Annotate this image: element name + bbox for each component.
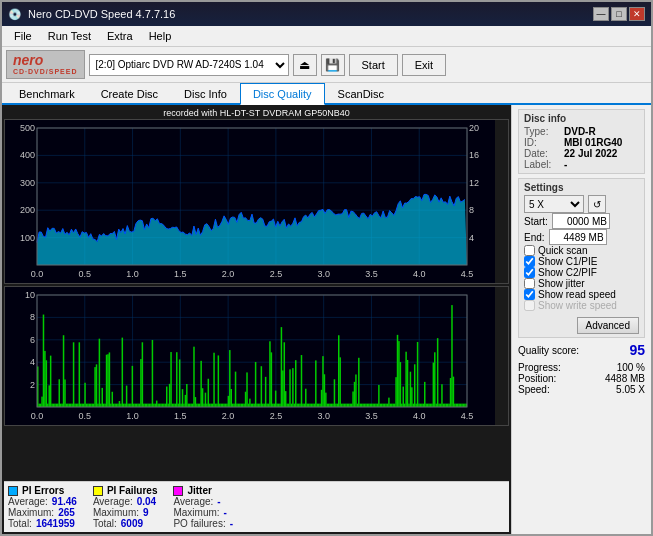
save-button[interactable]: 💾 bbox=[321, 54, 345, 76]
main-window: 💿 Nero CD-DVD Speed 4.7.7.16 — □ ✕ File … bbox=[0, 0, 653, 536]
pi-failures-group: PI Failures Average: 0.04 Maximum: 9 Tot… bbox=[93, 485, 158, 529]
upper-chart-canvas bbox=[5, 120, 495, 283]
right-panel: Disc info Type: DVD-R ID: MBI 01RG40 Dat… bbox=[511, 105, 651, 534]
chart-title: recorded with HL-DT-ST DVDRAM GP50NB40 bbox=[4, 107, 509, 119]
stats-bar: PI Errors Average: 91.46 Maximum: 265 To… bbox=[4, 481, 509, 532]
speed-selector[interactable]: 5 X bbox=[524, 195, 584, 213]
settings-title: Settings bbox=[524, 182, 639, 193]
show-c1pie-label: Show C1/PIE bbox=[538, 256, 597, 267]
show-read-speed-label: Show read speed bbox=[538, 289, 616, 300]
drive-selector[interactable]: [2:0] Optiarc DVD RW AD-7240S 1.04 bbox=[89, 54, 289, 76]
menu-bar: File Run Test Extra Help bbox=[2, 26, 651, 47]
quality-score-row: Quality score: 95 bbox=[518, 342, 645, 358]
progress-value: 100 % bbox=[617, 362, 645, 373]
settings-section: Settings 5 X ↺ Start: End: Qui bbox=[518, 178, 645, 338]
quick-scan-label: Quick scan bbox=[538, 245, 587, 256]
pi-errors-max: Maximum: 265 bbox=[8, 507, 77, 518]
tab-scandisc[interactable]: ScanDisc bbox=[325, 83, 397, 105]
quality-score-label: Quality score: bbox=[518, 345, 579, 356]
quality-section: Quality score: 95 bbox=[518, 342, 645, 358]
toolbar: nero CD·DVD/SPEED [2:0] Optiarc DVD RW A… bbox=[2, 47, 651, 83]
quick-scan-row: Quick scan bbox=[524, 245, 639, 256]
disc-type-row: Type: DVD-R bbox=[524, 126, 639, 137]
close-button[interactable]: ✕ bbox=[629, 7, 645, 21]
speed-value: 5.05 X bbox=[616, 384, 645, 395]
show-c2pif-checkbox[interactable] bbox=[524, 267, 535, 278]
disc-id-row: ID: MBI 01RG40 bbox=[524, 137, 639, 148]
pi-errors-avg: Average: 91.46 bbox=[8, 496, 77, 507]
progress-section: Progress: 100 % Position: 4488 MB Speed:… bbox=[518, 362, 645, 395]
jitter-po: PO failures: - bbox=[173, 518, 233, 529]
nero-brand: nero bbox=[13, 53, 78, 68]
menu-help[interactable]: Help bbox=[141, 28, 180, 44]
jitter-color bbox=[173, 486, 183, 496]
show-jitter-checkbox[interactable] bbox=[524, 278, 535, 289]
speed-label: Speed: bbox=[518, 384, 550, 395]
start-button[interactable]: Start bbox=[349, 54, 398, 76]
tab-benchmark[interactable]: Benchmark bbox=[6, 83, 88, 105]
disc-info-section: Disc info Type: DVD-R ID: MBI 01RG40 Dat… bbox=[518, 109, 645, 174]
progress-row: Progress: 100 % bbox=[518, 362, 645, 373]
show-jitter-label: Show jitter bbox=[538, 278, 585, 289]
show-write-speed-label: Show write speed bbox=[538, 300, 617, 311]
menu-extra[interactable]: Extra bbox=[99, 28, 141, 44]
menu-run-test[interactable]: Run Test bbox=[40, 28, 99, 44]
upper-chart bbox=[4, 119, 509, 284]
start-mb-input[interactable] bbox=[552, 213, 610, 229]
title-bar-controls: — □ ✕ bbox=[593, 7, 645, 21]
chart-container bbox=[4, 119, 509, 481]
jitter-max: Maximum: - bbox=[173, 507, 233, 518]
eject-button[interactable]: ⏏ bbox=[293, 54, 317, 76]
speed-row-prog: Speed: 5.05 X bbox=[518, 384, 645, 395]
chart-area: recorded with HL-DT-ST DVDRAM GP50NB40 P… bbox=[2, 105, 511, 534]
pi-failures-avg: Average: 0.04 bbox=[93, 496, 158, 507]
pi-errors-label: PI Errors bbox=[8, 485, 77, 496]
tab-disc-quality[interactable]: Disc Quality bbox=[240, 83, 325, 105]
show-jitter-row: Show jitter bbox=[524, 278, 639, 289]
speed-row: 5 X ↺ bbox=[524, 195, 639, 213]
quality-score-value: 95 bbox=[629, 342, 645, 358]
show-read-speed-row: Show read speed bbox=[524, 289, 639, 300]
tab-disc-info[interactable]: Disc Info bbox=[171, 83, 240, 105]
end-mb-input[interactable] bbox=[549, 229, 607, 245]
show-c1pie-row: Show C1/PIE bbox=[524, 256, 639, 267]
nero-logo: nero CD·DVD/SPEED bbox=[6, 50, 85, 79]
position-value: 4488 MB bbox=[605, 373, 645, 384]
pi-failures-total: Total: 6009 bbox=[93, 518, 158, 529]
pi-failures-color bbox=[93, 486, 103, 496]
disc-date-row: Date: 22 Jul 2022 bbox=[524, 148, 639, 159]
lower-chart-canvas bbox=[5, 287, 495, 425]
lower-chart bbox=[4, 286, 509, 426]
menu-file[interactable]: File bbox=[6, 28, 40, 44]
jitter-group: Jitter Average: - Maximum: - PO failures… bbox=[173, 485, 233, 529]
position-label: Position: bbox=[518, 373, 556, 384]
show-c2pif-row: Show C2/PIF bbox=[524, 267, 639, 278]
pi-failures-label: PI Failures bbox=[93, 485, 158, 496]
show-write-speed-row: Show write speed bbox=[524, 300, 639, 311]
pi-failures-max: Maximum: 9 bbox=[93, 507, 158, 518]
progress-label: Progress: bbox=[518, 362, 561, 373]
title-bar-left: 💿 Nero CD-DVD Speed 4.7.7.16 bbox=[8, 8, 175, 21]
start-mb-row: Start: bbox=[524, 213, 639, 229]
quick-scan-checkbox[interactable] bbox=[524, 245, 535, 256]
show-read-speed-checkbox[interactable] bbox=[524, 289, 535, 300]
show-c1pie-checkbox[interactable] bbox=[524, 256, 535, 267]
pi-errors-group: PI Errors Average: 91.46 Maximum: 265 To… bbox=[8, 485, 77, 529]
position-row: Position: 4488 MB bbox=[518, 373, 645, 384]
maximize-button[interactable]: □ bbox=[611, 7, 627, 21]
jitter-label: Jitter bbox=[173, 485, 233, 496]
advanced-button[interactable]: Advanced bbox=[577, 317, 639, 334]
tab-create-disc[interactable]: Create Disc bbox=[88, 83, 171, 105]
pi-errors-total: Total: 1641959 bbox=[8, 518, 77, 529]
minimize-button[interactable]: — bbox=[593, 7, 609, 21]
disc-label-row: Label: - bbox=[524, 159, 639, 170]
exit-button[interactable]: Exit bbox=[402, 54, 446, 76]
refresh-button[interactable]: ↺ bbox=[588, 195, 606, 213]
end-mb-row: End: bbox=[524, 229, 639, 245]
main-content: recorded with HL-DT-ST DVDRAM GP50NB40 P… bbox=[2, 105, 651, 534]
window-title: Nero CD-DVD Speed 4.7.7.16 bbox=[28, 8, 175, 20]
pi-errors-color bbox=[8, 486, 18, 496]
disc-info-title: Disc info bbox=[524, 113, 639, 124]
nero-product: CD·DVD/SPEED bbox=[13, 68, 78, 76]
app-icon: 💿 bbox=[8, 8, 22, 21]
